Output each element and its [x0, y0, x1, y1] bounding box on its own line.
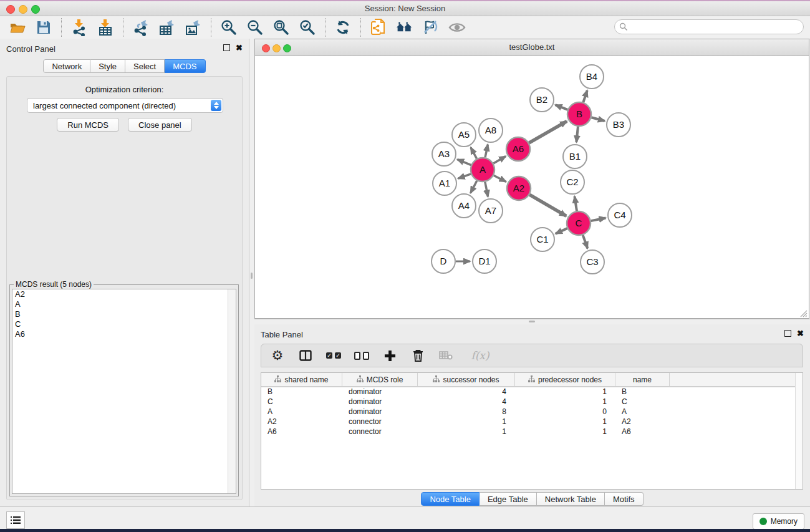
graph-node-A2[interactable]: A2: [507, 177, 531, 200]
table-row[interactable]: Adominator80A: [261, 407, 803, 417]
table-cell[interactable]: dominator: [342, 397, 418, 407]
mcds-result-item[interactable]: B: [12, 309, 236, 319]
graph-node-A4[interactable]: A4: [452, 194, 476, 218]
tab-edge-table[interactable]: Edge Table: [480, 492, 537, 506]
table-cell[interactable]: A2: [615, 417, 670, 427]
graph-node-C1[interactable]: C1: [531, 228, 554, 251]
edge-A6-B[interactable]: [529, 121, 567, 143]
mcds-result-list[interactable]: A2ABCA6: [12, 289, 236, 494]
tab-node-table[interactable]: Node Table: [421, 492, 480, 506]
table-cell[interactable]: 1: [515, 387, 615, 397]
graph-node-B2[interactable]: B2: [530, 88, 554, 112]
resize-grip-icon[interactable]: [800, 310, 808, 317]
zoom-out-icon[interactable]: [246, 19, 264, 36]
table-cell[interactable]: A6: [261, 427, 342, 437]
tab-style[interactable]: Style: [90, 59, 125, 73]
hide-flag-icon[interactable]: [422, 19, 440, 36]
edge-A-A6[interactable]: [493, 157, 506, 163]
graph-node-C[interactable]: C: [567, 211, 591, 235]
import-table-icon[interactable]: [97, 19, 114, 36]
edge-B-B3[interactable]: [591, 117, 604, 121]
tab-network[interactable]: Network: [43, 59, 90, 73]
show-columns-icon[interactable]: [298, 348, 313, 363]
table-cell[interactable]: 1: [418, 427, 515, 437]
run-mcds-button[interactable]: Run MCDS: [57, 118, 119, 132]
edge-C-C1[interactable]: [556, 228, 567, 233]
network-from-clipboard-icon[interactable]: [370, 19, 387, 36]
table-cell[interactable]: dominator: [342, 407, 418, 417]
table-cell[interactable]: 8: [418, 407, 515, 417]
table-cell[interactable]: 4: [418, 397, 515, 407]
table-cell[interactable]: A6: [615, 427, 670, 437]
export-image-icon[interactable]: [185, 19, 202, 36]
delete-table-icon[interactable]: [438, 348, 453, 363]
table-settings-icon[interactable]: ⚙: [270, 348, 285, 363]
table-row[interactable]: A2connector11A2: [261, 417, 803, 427]
table-cell[interactable]: A: [615, 407, 670, 417]
tab-mcds[interactable]: MCDS: [165, 59, 205, 73]
float-panel-icon[interactable]: [223, 44, 230, 51]
graph-node-B1[interactable]: B1: [563, 145, 587, 168]
graph-node-A3[interactable]: A3: [432, 142, 456, 166]
search-input[interactable]: [628, 22, 786, 32]
edge-B-B2[interactable]: [555, 105, 567, 110]
export-table-icon[interactable]: [158, 19, 176, 36]
edge-A-A7[interactable]: [485, 182, 488, 197]
edge-C-C3[interactable]: [583, 235, 588, 248]
close-panel-icon[interactable]: ✖: [797, 330, 804, 337]
network-canvas[interactable]: AA1A3A4A5A7A8A6A2BB1B2B3B4CC1C2C3C4DD1: [255, 56, 809, 319]
table-cell[interactable]: connector: [342, 417, 418, 427]
tab-select[interactable]: Select: [125, 59, 165, 73]
deselect-all-checkboxes-icon[interactable]: [354, 348, 369, 363]
table-cell[interactable]: A: [261, 407, 342, 417]
edge-A-A3[interactable]: [457, 160, 471, 165]
edge-A-A2[interactable]: [494, 175, 506, 181]
zoom-selected-icon[interactable]: [299, 19, 316, 36]
table-cell[interactable]: A2: [261, 417, 342, 427]
table-cell[interactable]: C: [615, 397, 670, 407]
table-row[interactable]: Cdominator41C: [261, 397, 803, 407]
table-cell[interactable]: 1: [515, 427, 615, 437]
delete-column-icon[interactable]: [410, 348, 425, 363]
graph-node-B4[interactable]: B4: [580, 65, 604, 89]
refresh-layout-icon[interactable]: [334, 19, 352, 36]
optimization-criterion-dropdown[interactable]: largest connected component (directed): [27, 98, 223, 113]
add-column-icon[interactable]: [382, 348, 397, 363]
graph-node-D[interactable]: D: [432, 249, 455, 273]
table-cell[interactable]: 1: [515, 397, 615, 407]
graph-node-B3[interactable]: B3: [607, 113, 630, 137]
title-bar[interactable]: Session: New Session: [0, 1, 810, 16]
mcds-result-item[interactable]: A: [12, 299, 236, 309]
open-file-icon[interactable]: [9, 19, 26, 36]
column-header-MCDS-role[interactable]: MCDS role: [342, 373, 418, 386]
edge-A-A4[interactable]: [471, 181, 477, 193]
network-window-titlebar[interactable]: testGlobe.txt: [255, 39, 809, 56]
first-neighbors-icon[interactable]: [396, 19, 413, 36]
table-cell[interactable]: C: [261, 397, 342, 407]
graph-node-A8[interactable]: A8: [479, 118, 503, 142]
edge-B-B1[interactable]: [576, 127, 578, 142]
graph-node-D1[interactable]: D1: [473, 249, 496, 273]
mcds-result-item[interactable]: A6: [12, 329, 236, 339]
table-cell[interactable]: dominator: [342, 387, 418, 397]
table-scrollbar[interactable]: [795, 373, 803, 489]
zoom-fit-icon[interactable]: [272, 19, 290, 36]
save-session-icon[interactable]: [35, 19, 52, 36]
select-all-checkboxes-icon[interactable]: ✓✓: [326, 348, 341, 363]
graph-node-C3[interactable]: C3: [581, 250, 604, 274]
graph-node-A5[interactable]: A5: [452, 123, 476, 147]
edge-A-A8[interactable]: [485, 145, 488, 158]
table-cell[interactable]: B: [615, 387, 670, 397]
tab-network-table[interactable]: Network Table: [537, 492, 605, 506]
table-cell[interactable]: connector: [342, 427, 418, 437]
edge-C-C2[interactable]: [574, 196, 577, 211]
graph-node-C4[interactable]: C4: [608, 203, 632, 227]
export-network-icon[interactable]: [132, 19, 150, 36]
function-builder-icon[interactable]: f(x): [466, 348, 494, 363]
table-row[interactable]: Bdominator41B: [261, 387, 803, 397]
mcds-result-item[interactable]: A2: [12, 289, 236, 299]
zoom-in-icon[interactable]: [220, 19, 238, 36]
table-cell[interactable]: B: [261, 387, 342, 397]
column-header-successor-nodes[interactable]: successor nodes: [418, 373, 515, 386]
mcds-list-scrollbar[interactable]: [228, 289, 236, 493]
